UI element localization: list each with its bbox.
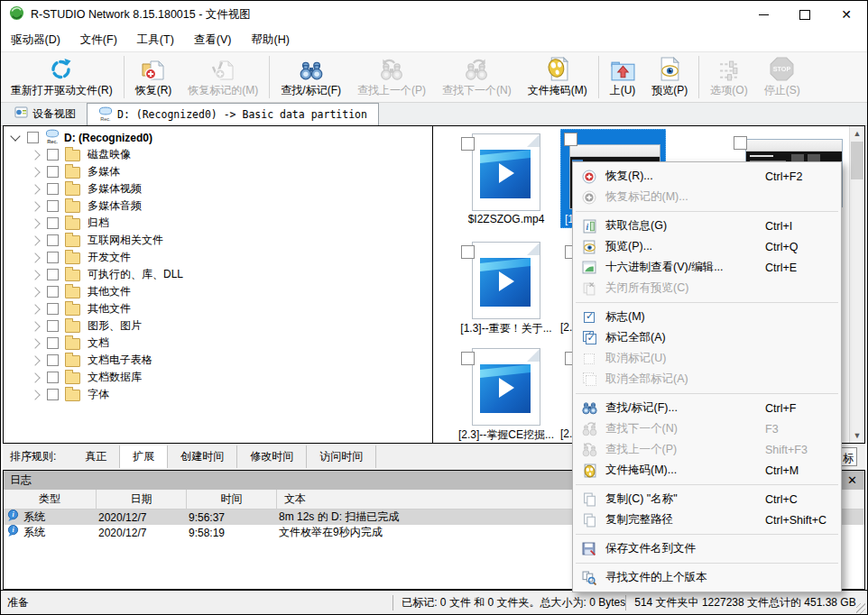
tree-item-folder[interactable]: 文档数据库 xyxy=(4,369,432,386)
minimize-button[interactable] xyxy=(743,1,784,28)
vertical-scrollbar[interactable]: ▲ ▼ xyxy=(849,126,864,443)
scroll-up-icon[interactable]: ▲ xyxy=(850,126,864,141)
menu-tools[interactable]: 工具(T) xyxy=(127,29,184,51)
menu-item-find-mark[interactable]: 查找/标记(F)...Ctrl+F xyxy=(573,398,841,418)
tree-item-folder[interactable]: 开发文件 xyxy=(4,249,432,266)
checkbox[interactable] xyxy=(461,245,475,259)
menu-item-close-all-previews[interactable]: 关闭所有预览(C) xyxy=(573,278,841,298)
tree-item-folder[interactable]: 磁盘映像 xyxy=(4,146,432,163)
menu-item-recover[interactable]: 恢复(R)...Ctrl+F2 xyxy=(573,166,841,187)
file-item[interactable]: [1.3]--重要！关于... xyxy=(442,238,570,339)
sort-tab-modification-time[interactable]: 修改时间 xyxy=(237,445,307,468)
checkbox[interactable] xyxy=(461,137,475,151)
menu-item-recover-marked[interactable]: 恢复标记的(M)... xyxy=(573,187,841,207)
resize-grip[interactable] xyxy=(856,603,865,614)
tree-item-folder[interactable]: 字体 xyxy=(4,386,432,403)
checkbox[interactable] xyxy=(47,217,59,229)
menu-item-preview[interactable]: 预览(P)...Ctrl+Q xyxy=(573,236,841,257)
sort-tab-creation-time[interactable]: 创建时间 xyxy=(168,445,237,468)
checkbox[interactable] xyxy=(47,320,59,332)
tree-item-folder[interactable]: 多媒体 xyxy=(4,163,432,180)
sort-tab-access-time[interactable]: 访问时间 xyxy=(307,445,376,468)
log-column-time[interactable]: 时间 xyxy=(187,490,277,509)
chevron-right-icon[interactable] xyxy=(30,321,40,331)
file-item[interactable]: $I2ZSZOG.mp4 xyxy=(442,130,570,231)
chevron-right-icon[interactable] xyxy=(30,338,40,348)
menu-item-copy-full-path[interactable]: 复制完整路径Ctrl+Shift+C xyxy=(573,509,841,530)
checkbox[interactable] xyxy=(27,132,39,143)
toolbar-button-reopen-drive-files[interactable]: 重新打开驱动文件(R) xyxy=(3,52,121,102)
chevron-right-icon[interactable] xyxy=(30,390,40,399)
chevron-right-icon[interactable] xyxy=(30,184,40,194)
chevron-right-icon[interactable] xyxy=(30,167,40,177)
chevron-down-icon[interactable] xyxy=(10,131,20,141)
checkbox[interactable] xyxy=(734,136,747,150)
menu-drive[interactable]: 驱动器(D) xyxy=(1,29,70,51)
checkbox[interactable] xyxy=(564,133,577,146)
checkbox[interactable] xyxy=(47,200,59,212)
menu-file[interactable]: 文件(F) xyxy=(70,29,127,51)
log-close-icon[interactable]: ✕ xyxy=(847,473,857,487)
tree-item-folder[interactable]: 文档 xyxy=(4,335,432,352)
tree-root-drive[interactable]: Rec. D: (Recognized0) xyxy=(4,129,432,146)
chevron-right-icon[interactable] xyxy=(30,355,40,365)
menu-item-mark[interactable]: 标志(M) xyxy=(573,307,841,327)
menu-item-unmark-all[interactable]: 取消全部标记(A) xyxy=(573,369,841,390)
scrollbar-thumb[interactable] xyxy=(851,142,863,179)
tab-device-view[interactable]: 设备视图 xyxy=(4,103,87,125)
maximize-button[interactable] xyxy=(784,1,826,28)
menu-item-file-mask[interactable]: 文件掩码(M)...Ctrl+M xyxy=(573,460,841,481)
checkbox[interactable] xyxy=(47,252,59,263)
chevron-right-icon[interactable] xyxy=(30,304,40,314)
file-item[interactable]: [2.3]--掌握CE挖掘... xyxy=(442,344,570,445)
checkbox[interactable] xyxy=(47,234,59,246)
menu-item-mark-all[interactable]: 标记全部(A) xyxy=(573,327,841,348)
toolbar-button-file-mask[interactable]: 文件掩码(M) xyxy=(520,52,596,102)
chevron-right-icon[interactable] xyxy=(30,287,40,297)
tree-item-folder[interactable]: 可执行的、库、DLL xyxy=(4,266,432,283)
tree-item-folder[interactable]: 其他文件 xyxy=(4,283,432,300)
menu-item-get-info[interactable]: i 获取信息(G)Ctrl+I xyxy=(573,216,841,236)
chevron-right-icon[interactable] xyxy=(30,201,40,211)
checkbox[interactable] xyxy=(47,372,59,383)
checkbox[interactable] xyxy=(47,286,59,298)
tree-item-folder[interactable]: 文档电子表格 xyxy=(4,352,432,369)
checkbox[interactable] xyxy=(47,269,59,280)
menu-item-find-next[interactable]: 查找下一个(N)F3 xyxy=(573,418,841,439)
checkbox[interactable] xyxy=(47,303,59,315)
close-button[interactable]: ✕ xyxy=(826,1,867,28)
menu-item-find-previous-versions[interactable]: 寻找文件的上个版本 xyxy=(573,567,841,588)
chevron-right-icon[interactable] xyxy=(30,235,40,245)
menu-help[interactable]: 帮助(H) xyxy=(241,29,299,51)
checkbox[interactable] xyxy=(47,166,59,178)
menu-item-save-filenames[interactable]: 保存文件名到文件 xyxy=(573,538,841,559)
chevron-right-icon[interactable] xyxy=(30,372,40,382)
toolbar-button-preview[interactable]: 预览(P) xyxy=(643,52,696,102)
log-column-date[interactable]: 日期 xyxy=(97,490,187,509)
tree-item-folder[interactable]: 其他文件 xyxy=(4,300,432,317)
toolbar-button-recover[interactable]: 恢复(R) xyxy=(127,52,180,102)
chevron-right-icon[interactable] xyxy=(30,150,40,160)
menu-item-copy-name[interactable]: 复制(C) "名称"Ctrl+C xyxy=(573,489,841,509)
tree-item-folder[interactable]: 多媒体音频 xyxy=(4,197,432,215)
menu-item-find-previous[interactable]: 查找上一个(P)Shift+F3 xyxy=(573,439,841,460)
scroll-down-icon[interactable]: ▼ xyxy=(850,428,864,443)
checkbox[interactable] xyxy=(461,352,475,365)
menu-view[interactable]: 查看(V) xyxy=(184,29,242,51)
checkbox[interactable] xyxy=(47,149,59,161)
chevron-right-icon[interactable] xyxy=(30,270,40,280)
tree-item-folder[interactable]: 多媒体视频 xyxy=(4,180,432,197)
checkbox[interactable] xyxy=(47,337,59,349)
chevron-right-icon[interactable] xyxy=(30,252,40,262)
log-column-type[interactable]: 类型 xyxy=(4,490,97,509)
sort-tab-extensions[interactable]: 扩展 xyxy=(120,445,168,468)
checkbox[interactable] xyxy=(47,354,59,366)
menu-item-hex-view[interactable]: 十六进制查看(V)/编辑...Ctrl+E xyxy=(573,257,841,278)
checkbox[interactable] xyxy=(47,389,59,400)
menu-item-unmark[interactable]: 取消标记(U) xyxy=(573,348,841,369)
sort-tab-real[interactable]: 真正 xyxy=(72,445,120,468)
toolbar-button-up[interactable]: 上(U) xyxy=(602,52,644,102)
tab-recognized-partition[interactable]: Rec. D: (Recognized0) -> Basic data part… xyxy=(87,103,379,125)
checkbox[interactable] xyxy=(47,183,59,195)
chevron-right-icon[interactable] xyxy=(30,218,40,228)
